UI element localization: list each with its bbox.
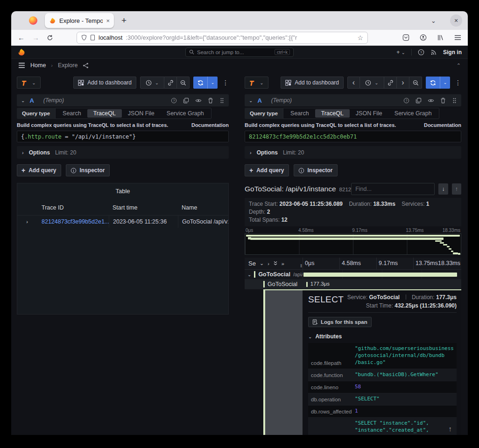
forward-icon[interactable]: → (32, 34, 39, 42)
chevron-down-icon[interactable]: ⌄ (247, 272, 251, 277)
column-resize-handle[interactable]: ‖ (300, 264, 302, 268)
run-query-dropdown[interactable]: ⌄ (440, 77, 450, 89)
attributes-section-header[interactable]: ⌄ Attributes (308, 333, 457, 340)
zoom-out-button[interactable] (409, 77, 422, 89)
span-duration-bar[interactable] (306, 282, 308, 287)
kebab-menu-icon[interactable]: ⋮ (222, 79, 229, 86)
add-query-button[interactable]: + Add query (17, 164, 61, 176)
pocket-icon[interactable] (402, 34, 409, 41)
documentation-link[interactable]: Documentation (191, 122, 229, 128)
tab-service-graph[interactable]: Service Graph (388, 109, 438, 118)
link-url-button[interactable] (384, 77, 397, 89)
attribute-row[interactable]: "SELECT "instance"."id", "instance"."cre… (308, 418, 457, 435)
page-info-icon[interactable] (90, 35, 95, 41)
tab-json-file[interactable]: JSON File (350, 109, 388, 118)
news-rss-icon[interactable] (430, 49, 437, 56)
find-input[interactable] (351, 183, 435, 195)
reload-icon[interactable] (47, 35, 53, 41)
scroll-to-top-icon[interactable]: ↑ (449, 425, 452, 433)
chevron-right-icon[interactable]: › (268, 261, 269, 266)
collapse-all-icon[interactable] (273, 261, 278, 266)
inspector-button[interactable]: Inspector (66, 164, 110, 176)
tab-traceql[interactable]: TraceQL (87, 109, 122, 118)
menu-icon[interactable] (454, 35, 461, 41)
column-header-start-time[interactable]: Start time (109, 204, 178, 211)
add-query-button[interactable]: + Add query (245, 164, 289, 176)
mega-menu-icon[interactable] (18, 63, 25, 68)
duplicate-query-icon[interactable] (183, 98, 189, 104)
documentation-link[interactable]: Documentation (424, 122, 461, 128)
remove-query-trash-icon[interactable] (440, 98, 446, 104)
find-prev-button[interactable]: ↑ (452, 183, 461, 195)
tab-search[interactable]: Search (284, 109, 315, 118)
traceql-query-input[interactable]: {.http.route = "/api/v1/instance"} (17, 131, 229, 142)
grafana-logo[interactable] (17, 48, 26, 56)
list-tabs-icon[interactable]: ⌄ (431, 17, 436, 24)
attribute-row[interactable]: db.rows_affected1 (308, 406, 457, 418)
span-row-root[interactable]: ⌄ GoToSocial /api/ (245, 270, 461, 280)
options-row[interactable]: › Options Limit: 20 (17, 146, 229, 159)
run-query-button[interactable]: ⌄ (193, 77, 218, 89)
window-close-button[interactable]: × (450, 14, 462, 27)
drag-handle-icon[interactable] (219, 98, 225, 104)
column-header-name[interactable]: Name (178, 204, 228, 211)
query-help-icon[interactable]: ? (403, 98, 409, 104)
share-icon[interactable] (83, 63, 89, 69)
add-to-dashboard-button[interactable]: Add to dashboard (281, 77, 344, 89)
breadcrumb-home[interactable]: Home (30, 62, 46, 69)
attribute-row[interactable]: db.operation"SELECT" (308, 393, 457, 406)
expand-all-icon[interactable]: » (282, 261, 284, 266)
attribute-row[interactable]: code.function"bundb.(*basicDB).GetWhere" (308, 369, 457, 381)
run-query-dropdown[interactable]: ⌄ (207, 77, 218, 89)
trace-id-link[interactable]: 82124873cf3e99b5d2e1... (42, 216, 109, 228)
logs-for-span-button[interactable]: Logs for this span (308, 317, 372, 327)
browser-tab[interactable]: Explore - Tempo × (45, 13, 114, 28)
time-shift-back-button[interactable]: ‹ (347, 77, 360, 89)
zoom-out-button[interactable] (177, 77, 190, 89)
column-header-trace-id[interactable]: Trace ID (42, 204, 109, 211)
search-input[interactable]: Search or jump to... ctrl+k (185, 48, 294, 57)
datasource-picker[interactable]: T ⌄ (245, 77, 268, 89)
url-bar[interactable]: localhost :3000/explore?orgId=1&left={"d… (77, 32, 368, 44)
disable-query-eye-icon[interactable] (428, 98, 434, 104)
chevron-down-icon[interactable]: ⌄ (260, 260, 264, 266)
span-row-selected[interactable]: GoToSocial 177.3μs (245, 280, 461, 289)
trace-minimap[interactable] (245, 233, 461, 255)
new-menu-button[interactable]: + ⌄ (396, 49, 405, 56)
library-icon[interactable] (437, 34, 444, 41)
duplicate-query-icon[interactable] (416, 98, 422, 104)
new-tab-button[interactable]: + (121, 15, 127, 26)
tab-search[interactable]: Search (56, 109, 87, 118)
bookmark-star-icon[interactable]: ☆ (357, 34, 363, 42)
query-row-header[interactable]: ⌄ A (Tempo) ? (245, 94, 461, 106)
sign-in-button[interactable]: Sign in (443, 49, 462, 56)
link-url-button[interactable] (164, 77, 177, 89)
tab-service-graph[interactable]: Service Graph (161, 109, 210, 118)
remove-query-trash-icon[interactable] (208, 98, 213, 104)
tab-json-file[interactable]: JSON File (122, 109, 161, 118)
time-picker-button[interactable]: ⌄ (140, 77, 164, 89)
inspector-button[interactable]: Inspector (294, 164, 338, 176)
collapse-toolbar-icon[interactable]: ⌃ (457, 63, 461, 69)
expand-row-icon[interactable]: › (26, 219, 28, 224)
time-picker-button[interactable]: ⌄ (360, 77, 384, 89)
table-row[interactable]: › 82124873cf3e99b5d2e1... 2023-06-05 11:… (17, 215, 228, 228)
traceql-query-input[interactable]: 82124873cf3e99b5d2e1cc5d2bc0eb71 (245, 131, 461, 142)
datasource-picker[interactable]: T ⌄ (17, 77, 41, 89)
attribute-row[interactable]: code.filepath"github.com/superseriousbus… (308, 343, 457, 369)
add-to-dashboard-button[interactable]: Add to dashboard (73, 77, 136, 89)
span-duration-bar[interactable] (303, 273, 458, 277)
run-query-button[interactable]: ⌄ (426, 77, 450, 89)
time-shift-forward-button[interactable]: › (397, 77, 409, 89)
query-help-icon[interactable]: ? (171, 98, 177, 104)
kebab-menu-icon[interactable]: ⋮ (455, 79, 461, 86)
disable-query-eye-icon[interactable] (195, 98, 202, 104)
tab-close-icon[interactable]: × (106, 17, 110, 24)
tab-traceql[interactable]: TraceQL (315, 109, 350, 118)
drag-handle-icon[interactable] (452, 98, 457, 104)
find-next-button[interactable]: ↓ (438, 183, 448, 195)
query-row-header[interactable]: ⌄ A (Tempo) ? (17, 94, 229, 106)
attribute-row[interactable]: code.lineno58 (308, 381, 457, 393)
back-icon[interactable]: ← (18, 34, 25, 42)
options-row[interactable]: › Options Limit: 20 (245, 146, 461, 159)
